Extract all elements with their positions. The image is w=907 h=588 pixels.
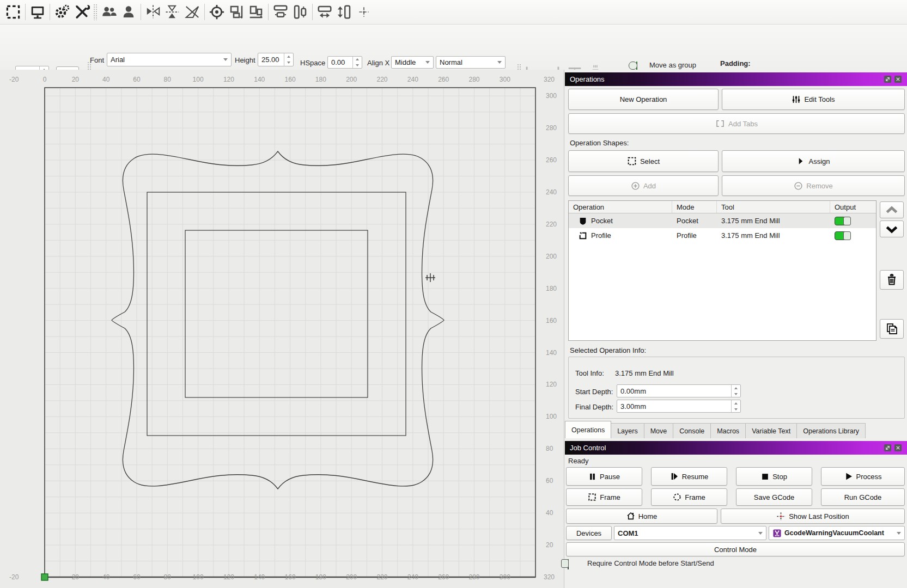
operations-table[interactable]: Operation Mode Tool Output PocketPocket3… [568,200,876,341]
tab-layers[interactable]: Layers [611,423,644,438]
svg-text:300: 300 [500,573,510,581]
mirror-horizontal-icon[interactable] [143,2,163,22]
close-panel-icon[interactable] [894,444,902,452]
operation-mode: Pocket [677,217,698,225]
operations-table-header: Operation Mode Tool Output [569,201,876,213]
svg-text:140: 140 [546,349,557,357]
delete-operation-button[interactable] [880,270,904,290]
application-window: tate 0.00 mm Font Arial Height 25.00 Bol… [0,0,907,588]
font-combo[interactable]: Arial [107,53,232,66]
skew-icon[interactable] [182,2,202,22]
final-depth-spinbox[interactable]: 3.00mm [617,400,741,413]
users-icon[interactable] [99,2,119,22]
origin-marker[interactable] [41,574,48,580]
new-operation-button[interactable]: New Operation [568,89,719,110]
marquee-select-icon[interactable] [3,2,23,22]
size-vertical-icon[interactable] [334,2,354,22]
tab-console[interactable]: Console [673,423,711,438]
frame-rect-icon [588,493,596,501]
toolbar-separator [50,4,50,20]
svg-text:80: 80 [164,76,172,83]
output-toggle[interactable] [835,231,851,240]
start-depth-spinbox[interactable]: 0.00mm [617,384,741,397]
tab-operations[interactable]: Operations [565,421,611,438]
sliders-icon [792,95,801,104]
mirror-vertical-icon[interactable] [163,2,182,22]
svg-text:80: 80 [546,445,553,452]
process-button[interactable]: Process [821,467,905,486]
job-status-text: Ready [568,457,589,465]
profile-icon [579,231,587,240]
monitor-icon[interactable] [28,2,47,22]
tab-macros[interactable]: Macros [710,423,746,438]
operation-row[interactable]: PocketPocket3.175 mm End Mill [569,213,876,228]
tools-icon[interactable] [72,2,92,22]
size-horizontal-icon[interactable] [315,2,334,22]
tab-operations-library[interactable]: Operations Library [796,423,866,438]
stop-icon [761,473,769,481]
distribute-horizontal-icon[interactable] [271,2,290,22]
svg-text:260: 260 [438,573,449,581]
chevron-down-icon [223,58,228,63]
move-operation-up-button[interactable] [880,201,904,218]
devices-button[interactable]: Devices [566,526,612,540]
frame-circle-button[interactable]: Frame [651,488,727,506]
resume-button[interactable]: Resume [651,467,727,486]
save-gcode-button[interactable]: Save GCode [736,488,812,506]
plaque-outline-shape[interactable] [112,151,444,489]
run-gcode-button[interactable]: Run GCode [821,488,905,506]
center-target-icon[interactable] [207,2,227,22]
close-panel-icon[interactable] [894,75,902,83]
copy-operation-button[interactable] [880,319,904,339]
chevron-right-icon [796,157,805,166]
tab-move[interactable]: Move [644,423,674,438]
svg-text:120: 120 [546,381,557,388]
selected-operation-info-box: Tool Info: 3.175 mm End Mill Start Depth… [568,357,905,419]
pause-button[interactable]: Pause [566,467,642,486]
toolbar-drag-handle[interactable] [93,4,98,20]
output-toggle[interactable] [835,217,851,225]
tab-variable-text[interactable]: Variable Text [745,423,797,438]
height-label: Height [235,56,255,64]
float-panel-icon[interactable] [884,75,892,83]
show-last-position-button[interactable]: Show Last Position [721,509,905,524]
hspace-spinbox[interactable]: 0.00 [327,56,362,69]
stop-button[interactable]: Stop [736,467,812,486]
align-horizontal-icon[interactable] [227,2,246,22]
add-shape-button[interactable]: Add [568,175,719,196]
text-style-combo[interactable]: Normal [436,56,506,69]
align-vertical-icon[interactable] [246,2,266,22]
height-spinbox[interactable]: 25.00 [258,53,294,66]
trash-icon [885,273,898,286]
move-operation-down-button[interactable] [880,220,904,237]
svg-text:40: 40 [546,509,553,517]
selected-operation-info-label: Selected Operation Info: [570,346,646,354]
add-tabs-button[interactable]: Add Tabs [568,113,905,134]
assign-shapes-button[interactable]: Assign [722,150,905,172]
tool-info-label: Tool Info: [575,369,604,377]
float-panel-icon[interactable] [884,444,892,452]
pocket-icon [579,217,587,225]
frame-rect-button[interactable]: Frame [566,488,642,506]
svg-text:260: 260 [546,156,557,164]
snap-cross-icon[interactable] [354,2,374,22]
gear-icon[interactable] [52,2,72,22]
svg-text:220: 220 [546,220,557,228]
require-control-mode-toggle[interactable] [568,559,569,569]
inner-rectangle-shape[interactable] [185,230,368,397]
operation-row[interactable]: ProfileProfile3.175 mm End Mill [569,228,876,243]
user-icon[interactable] [119,2,138,22]
canvas-viewport[interactable]: -200204060801001201401601802002202402602… [0,70,564,588]
align-x-combo[interactable]: Middle [391,56,434,69]
distribute-vertical-icon[interactable] [290,2,310,22]
edit-tools-button[interactable]: Edit Tools [722,89,905,110]
remove-shape-button[interactable]: Remove [722,175,905,196]
port-combo[interactable]: COM1 [614,526,766,540]
select-shapes-button[interactable]: Select [568,150,719,172]
drawing-canvas[interactable]: -200204060801001201401601802002202402602… [0,70,564,588]
post-processor-combo[interactable]: GcodeWarningVacuumCoolant [769,526,905,540]
home-button[interactable]: Home [566,509,717,524]
post-processor-icon [772,529,782,538]
home-icon [626,512,635,520]
control-mode-button[interactable]: Control Mode [566,542,905,556]
